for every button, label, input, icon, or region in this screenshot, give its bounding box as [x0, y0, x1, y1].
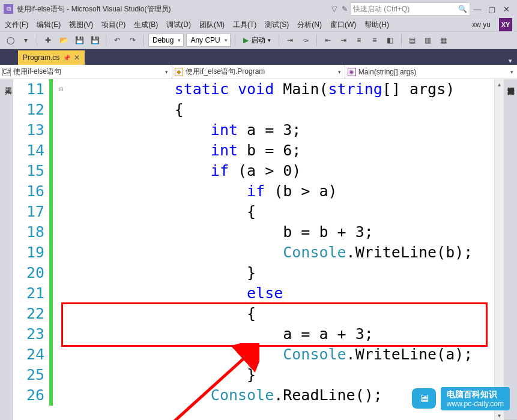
- code-line[interactable]: 11⊟ static void Main(string[] args): [13, 79, 504, 100]
- main-area: 工具箱 ↕ 11⊟ static void Main(string[] args…: [0, 79, 517, 420]
- menu-tools[interactable]: 工具(T): [233, 20, 256, 30]
- save-all-button[interactable]: 💾: [88, 34, 101, 47]
- code-line[interactable]: 20 }: [13, 263, 504, 283]
- tb-extra-2[interactable]: ▥: [422, 34, 435, 47]
- feedback-icon[interactable]: ✎: [339, 5, 350, 13]
- menu-edit[interactable]: 编辑(E): [37, 20, 61, 30]
- code-text[interactable]: a = a + 3;: [66, 324, 373, 344]
- line-number: 18: [13, 222, 49, 242]
- menu-test[interactable]: 测试(S): [265, 20, 289, 30]
- solution-platform-combo[interactable]: Any CPU: [186, 34, 230, 47]
- separator: [144, 34, 144, 46]
- nav-fwd-button[interactable]: ▾: [19, 34, 32, 47]
- indent-more-button[interactable]: ⇥: [337, 34, 350, 47]
- close-icon[interactable]: ✕: [74, 53, 80, 62]
- code-area[interactable]: 11⊟ static void Main(string[] args)12 {1…: [13, 79, 504, 406]
- change-indicator: [49, 181, 53, 202]
- vertical-scrollbar[interactable]: ▴ ▾: [494, 79, 504, 420]
- code-text[interactable]: {: [66, 100, 184, 120]
- menu-bar: 文件(F) 编辑(E) 视图(V) 项目(P) 生成(B) 调试(D) 团队(M…: [0, 18, 517, 31]
- tab-program-cs[interactable]: Program.cs 📌 ✕: [18, 50, 85, 65]
- scroll-up-icon[interactable]: ▴: [495, 79, 504, 89]
- redo-button[interactable]: ↷: [126, 34, 139, 47]
- code-line[interactable]: 24 Console.WriteLine(a);: [13, 344, 504, 365]
- menu-file[interactable]: 文件(F): [5, 20, 28, 30]
- menu-project[interactable]: 项目(P): [101, 20, 125, 30]
- line-number: 15: [13, 161, 49, 181]
- tool-solution-explorer[interactable]: 解决方案资源管理器: [504, 79, 517, 420]
- nav-member-combo[interactable]: ◉ Main(string[] args): [345, 65, 517, 79]
- nav-class-combo[interactable]: ◆ 使用if_else语句.Program: [172, 65, 345, 79]
- menu-debug[interactable]: 调试(D): [166, 20, 191, 30]
- code-line[interactable]: 17 {: [13, 202, 504, 222]
- code-line[interactable]: 13 int a = 3;: [13, 120, 504, 140]
- save-button[interactable]: 💾: [73, 34, 86, 47]
- bookmark-button[interactable]: ◧: [384, 34, 397, 47]
- left-tool-toolbox[interactable]: 工具箱: [0, 79, 13, 420]
- start-debug-button[interactable]: ▶ 启动 ▾: [240, 34, 274, 47]
- code-line[interactable]: 26 Console.ReadLine();: [13, 385, 504, 406]
- code-text[interactable]: int a = 3;: [66, 120, 301, 140]
- code-editor[interactable]: ↕ 11⊟ static void Main(string[] args)12 …: [13, 79, 504, 420]
- new-project-button[interactable]: ✚: [41, 34, 55, 47]
- notifications-icon[interactable]: ▽: [328, 5, 339, 13]
- code-text[interactable]: static void Main(string[] args): [66, 79, 455, 100]
- code-text[interactable]: Console.WriteLine(a);: [66, 344, 473, 365]
- code-line[interactable]: 23 a = a + 3;: [13, 324, 504, 344]
- nav-back-button[interactable]: ◯: [4, 34, 17, 47]
- code-text[interactable]: if (b > a): [66, 181, 337, 202]
- menu-analyze[interactable]: 分析(N): [297, 20, 322, 30]
- indent-less-button[interactable]: ⇤: [321, 34, 334, 47]
- scroll-down-icon[interactable]: ▾: [495, 410, 504, 420]
- right-tool-wells: 解决方案资源管理器 团队资源管理器 诊断工具 属性: [504, 79, 517, 420]
- fold-toggle[interactable]: ⊟: [56, 79, 66, 100]
- solution-config-combo[interactable]: Debug: [148, 34, 184, 47]
- user-name[interactable]: xw yu: [472, 20, 491, 29]
- code-line[interactable]: 14 int b = 6;: [13, 140, 504, 161]
- step-over-button[interactable]: ⤼: [299, 34, 312, 47]
- maximize-button[interactable]: ▢: [485, 2, 499, 16]
- open-file-button[interactable]: 📂: [57, 34, 70, 47]
- code-line[interactable]: 18 b = b + 3;: [13, 222, 504, 242]
- code-line[interactable]: 19 Console.WriteLine(b);: [13, 242, 504, 263]
- line-number: 26: [13, 385, 49, 406]
- code-text[interactable]: }: [66, 263, 256, 283]
- code-text[interactable]: {: [66, 202, 256, 222]
- code-line[interactable]: 15 if (a > 0): [13, 161, 504, 181]
- code-text[interactable]: int b = 6;: [66, 140, 301, 161]
- code-text[interactable]: else: [66, 283, 283, 304]
- line-number: 24: [13, 344, 49, 365]
- uncomment-button[interactable]: ≡: [368, 34, 381, 47]
- code-text[interactable]: if (a > 0): [66, 161, 301, 181]
- code-line[interactable]: 25 }: [13, 365, 504, 385]
- change-indicator: [49, 202, 53, 222]
- minimize-button[interactable]: —: [470, 2, 485, 16]
- user-avatar[interactable]: XY: [499, 18, 512, 31]
- comment-button[interactable]: ≡: [352, 34, 366, 47]
- code-text[interactable]: Console.WriteLine(b);: [66, 242, 473, 263]
- close-button[interactable]: ✕: [499, 2, 513, 16]
- code-text[interactable]: b = b + 3;: [66, 222, 373, 242]
- quick-launch-input[interactable]: 快速启动 (Ctrl+Q) 🔍: [350, 2, 470, 16]
- menu-build[interactable]: 生成(B): [134, 20, 158, 30]
- code-line[interactable]: 22 {: [13, 304, 504, 324]
- code-text[interactable]: Console.ReadLine();: [66, 385, 382, 406]
- code-line[interactable]: 21 else: [13, 283, 504, 304]
- menu-view[interactable]: 视图(V): [69, 20, 93, 30]
- tb-extra-3[interactable]: ▦: [437, 34, 450, 47]
- undo-button[interactable]: ↶: [110, 34, 124, 47]
- nav-project-combo[interactable]: C# 使用if-else语句: [0, 65, 172, 79]
- pin-icon[interactable]: 📌: [63, 55, 70, 61]
- menu-team[interactable]: 团队(M): [199, 20, 225, 30]
- menu-window[interactable]: 窗口(W): [330, 20, 356, 30]
- toolbar: ◯ ▾ ✚ 📂 💾 💾 ↶ ↷ Debug Any CPU ▶ 启动 ▾ ⇥ ⤼…: [0, 31, 517, 49]
- code-text[interactable]: }: [66, 365, 256, 385]
- tab-overflow-button[interactable]: ▾: [509, 57, 512, 65]
- vs-logo-icon: ⧉: [4, 4, 13, 14]
- step-into-button[interactable]: ⇥: [283, 34, 297, 47]
- code-text[interactable]: {: [66, 304, 256, 324]
- code-line[interactable]: 16 if (b > a): [13, 181, 504, 202]
- code-line[interactable]: 12 {: [13, 100, 504, 120]
- menu-help[interactable]: 帮助(H): [364, 20, 389, 30]
- tb-extra-1[interactable]: ▤: [406, 34, 419, 47]
